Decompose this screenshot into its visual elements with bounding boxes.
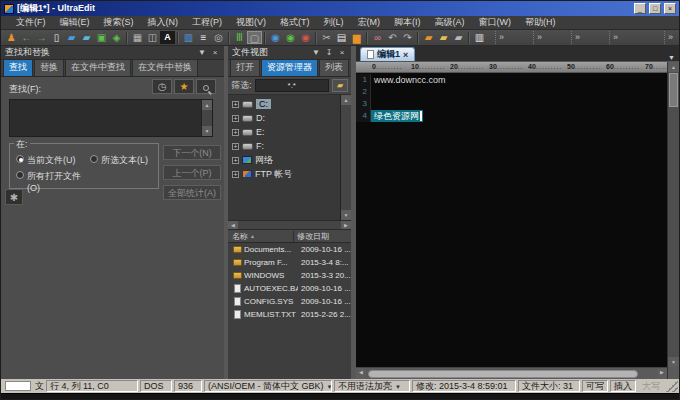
back-arrow-icon[interactable]: ← — [19, 31, 34, 44]
tab-close-icon[interactable]: × — [403, 50, 408, 60]
pin-icon[interactable]: ↧ — [324, 48, 334, 57]
tab-list-chevron-icon[interactable]: ▼ — [664, 54, 679, 61]
file-row[interactable]: Program F... 2015-3-4 8:... — [228, 256, 351, 269]
layout-icon[interactable]: ▥ — [181, 31, 196, 44]
tab-list[interactable]: 列表 — [319, 59, 349, 76]
scroll-up-icon[interactable]: ▲ — [341, 95, 351, 105]
scroll-left-icon[interactable]: ◀ — [356, 368, 366, 379]
file-row[interactable]: AUTOEXEC.BAT 2009-10-16 ... — [228, 282, 351, 295]
file-row[interactable]: WINDOWS 2015-3-3 20... — [228, 269, 351, 282]
tab-find-in-files[interactable]: 在文件中查找 — [65, 59, 131, 76]
file-row[interactable]: CONFIG.SYS 2009-10-16 ... — [228, 295, 351, 308]
text-editor[interactable]: 1 www.downcc.com 2 3 4 — [356, 73, 667, 367]
font-icon[interactable]: A — [160, 31, 175, 44]
folder-doc-icon[interactable]: ▰ — [421, 31, 436, 44]
menu-item-advanced[interactable]: 高级(A) — [428, 16, 472, 29]
menu-item-search[interactable]: 搜索(S) — [97, 16, 141, 29]
tree-hscrollbar[interactable]: ◀ ▶ — [228, 221, 351, 230]
tree-scrollbar[interactable]: ▲ ▼ — [340, 95, 351, 220]
toolbar-overflow-icon[interactable]: » — [571, 31, 583, 44]
search-input-scrollbar[interactable]: ▲ ▼ — [201, 100, 212, 136]
menu-item-format[interactable]: 格式(T) — [273, 16, 317, 29]
count-all-button[interactable]: 全部统计(A) — [163, 185, 221, 200]
editor-hscrollbar[interactable]: ◀ ▶ — [356, 367, 667, 379]
expand-icon[interactable]: + — [232, 101, 239, 108]
tree-item-f-drive[interactable]: + F: — [228, 139, 340, 153]
save-icon[interactable]: ▣ — [94, 31, 109, 44]
print-icon[interactable]: ▦ — [130, 31, 145, 44]
gear-icon[interactable]: ✱ — [5, 189, 23, 205]
folder-open-icon[interactable]: ▰ — [436, 31, 451, 44]
globe-add-icon[interactable]: ◉ — [283, 31, 298, 44]
book-view-icon[interactable]: ▥ — [472, 31, 487, 44]
status-syntax-dropdown[interactable]: 不用语法加亮▼ — [334, 380, 410, 392]
toolbar-overflow-icon[interactable]: » — [664, 31, 676, 44]
menu-item-view[interactable]: 视图(V) — [229, 16, 273, 29]
scroll-down-icon[interactable]: ▼ — [202, 126, 212, 136]
panel-toggle-icon[interactable]: ▢ — [247, 31, 262, 44]
panel-menu-chevron-icon[interactable]: ▼ — [197, 48, 207, 57]
menu-item-help[interactable]: 帮助(H) — [518, 16, 563, 29]
copy-icon[interactable]: ▤ — [334, 31, 349, 44]
forward-arrow-icon[interactable]: → — [34, 31, 49, 44]
menu-item-file[interactable]: 文件(F) — [9, 16, 53, 29]
scroll-right-icon[interactable]: ▶ — [657, 368, 667, 379]
toolbar-overflow-icon[interactable]: » — [533, 31, 545, 44]
account-icon[interactable]: ♟ — [4, 31, 19, 44]
tab-replace[interactable]: 替换 — [34, 59, 64, 76]
save-all-icon[interactable]: ◈ — [109, 31, 124, 44]
paste-icon[interactable]: ▆ — [349, 31, 364, 44]
find-previous-button[interactable]: 上一个(P) — [163, 165, 221, 180]
status-write-state[interactable]: 可写 — [582, 380, 608, 392]
tree-item-c-drive[interactable]: + C: — [228, 97, 340, 111]
tree-item-d-drive[interactable]: + D: — [228, 111, 340, 125]
status-encoding-dropdown[interactable]: (ANSI/OEM - 简体中文 GBK)▼ — [204, 380, 332, 392]
scroll-down-icon[interactable]: ▼ — [341, 210, 351, 220]
menu-item-macro[interactable]: 宏(M) — [351, 16, 388, 29]
radio-all-open-files[interactable]: 所有打开文件(O) — [16, 170, 88, 193]
redo-icon[interactable]: ↷ — [400, 31, 415, 44]
print-preview-icon[interactable]: ◫ — [145, 31, 160, 44]
scroll-up-icon[interactable]: ▲ — [202, 100, 212, 110]
file-row[interactable]: Documents... 2009-10-16 ... — [228, 243, 351, 256]
tab-replace-in-files[interactable]: 在文件中替换 — [132, 59, 198, 76]
expand-icon[interactable]: + — [232, 129, 239, 136]
cut-icon[interactable]: ✂ — [319, 31, 334, 44]
close-icon[interactable]: × — [664, 3, 676, 14]
history-icon[interactable]: ◷ — [152, 79, 172, 94]
panel-menu-chevron-icon[interactable]: ▼ — [311, 48, 321, 57]
panel-close-icon[interactable]: × — [210, 48, 220, 57]
scroll-up-icon[interactable]: ▲ — [668, 62, 679, 72]
menu-item-script[interactable]: 脚本(I) — [387, 16, 428, 29]
find-special-icon[interactable]: ∞ — [370, 31, 385, 44]
column-name[interactable]: 名称 ▲ — [228, 231, 294, 242]
find-next-button[interactable]: 下一个(N) — [163, 145, 221, 160]
menu-item-insert[interactable]: 插入(N) — [141, 16, 186, 29]
folder-gear-icon[interactable]: ▰ — [451, 31, 466, 44]
expand-icon[interactable]: + — [232, 171, 239, 178]
toolbar-overflow-icon[interactable]: » — [495, 31, 507, 44]
search-icon[interactable] — [196, 79, 216, 94]
editor-line[interactable]: 1 www.downcc.com — [356, 74, 667, 86]
menu-item-project[interactable]: 工程(P) — [185, 16, 229, 29]
favorites-star-icon[interactable]: ★ — [174, 79, 194, 94]
tree-item-network[interactable]: + 网络 — [228, 153, 340, 167]
file-row[interactable]: MEMLIST.TXT 2015-2-26 2... — [228, 308, 351, 321]
expand-icon[interactable]: + — [232, 157, 239, 164]
tab-explorer[interactable]: 资源管理器 — [261, 59, 318, 76]
list-lines-icon[interactable]: ≡ — [196, 31, 211, 44]
search-input[interactable]: ▲ ▼ — [9, 99, 213, 137]
hscroll-thumb[interactable] — [368, 370, 638, 378]
toolbar-overflow-icon[interactable]: » — [609, 31, 621, 44]
radio-selected-text[interactable]: 所选文本(L) — [90, 154, 148, 167]
menu-item-column[interactable]: 列(L) — [317, 16, 351, 29]
editor-vscrollbar[interactable]: ▲ ▼ — [667, 62, 679, 379]
maximize-icon[interactable]: □ — [649, 3, 661, 14]
vscroll-thumb[interactable] — [669, 73, 678, 107]
editor-line[interactable]: 4 绿色资源网 — [356, 110, 667, 122]
close-file-icon[interactable]: ▰ — [79, 31, 94, 44]
tab-find[interactable]: 查找 — [3, 59, 33, 76]
filter-input[interactable]: *.* — [255, 79, 329, 92]
tab-open[interactable]: 打开 — [230, 59, 260, 76]
column-date[interactable]: 修改日期 — [294, 231, 351, 242]
